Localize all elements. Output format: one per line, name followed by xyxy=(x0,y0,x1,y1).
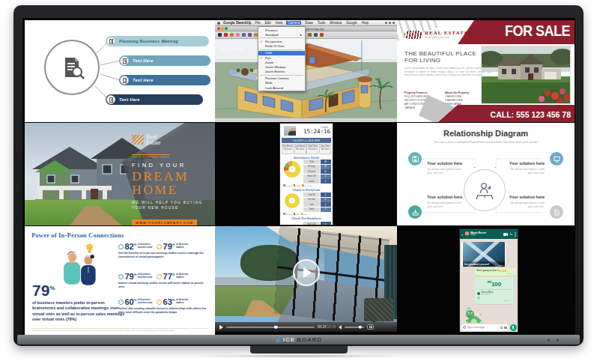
footnote: American Express Global Business Travel … xyxy=(31,327,208,332)
pill-title: Planning Business Meeting xyxy=(106,36,209,46)
text-message[interactable]: She's going to love it 12:04 ✓✓ xyxy=(475,268,516,276)
chat-header[interactable]: ‹ Maria Rosee online xyxy=(460,229,518,239)
menu-file[interactable]: File xyxy=(255,21,261,25)
menu-camera[interactable]: Camera xyxy=(286,21,301,25)
check-out-table: Total OUT0 xyxy=(303,222,331,225)
minimize-window-button[interactable] xyxy=(221,27,224,30)
solution-heading-bl: Your solution here xyxy=(427,195,462,199)
screen-content-grid: Planning Business Meeting Text Here Text… xyxy=(22,18,575,335)
menu-view[interactable]: View xyxy=(275,21,284,25)
pill-item-1-label: Text Here xyxy=(133,58,154,63)
monitor-bezel: ICEBOARD xyxy=(17,335,580,345)
menu-edit[interactable]: Edit xyxy=(264,21,272,25)
message-input[interactable] xyxy=(467,326,500,329)
menu-item-look-around[interactable]: Look Around xyxy=(258,85,305,90)
document-icon xyxy=(106,37,115,46)
menu-draw[interactable]: Draw xyxy=(304,21,314,25)
payment-message[interactable]: R$100 Sent to Maria Completed G xyxy=(475,277,514,305)
window-titlebar[interactable]: new_sketchup.skp xyxy=(215,26,397,31)
house-photo xyxy=(481,46,571,104)
stat-ring-icon xyxy=(157,300,162,305)
for-sale-headline: FOR SALE xyxy=(505,22,570,40)
document-search-icon xyxy=(44,40,100,95)
apple-menu-icon[interactable] xyxy=(217,22,220,25)
message-input-bar[interactable] xyxy=(461,324,509,331)
solution-body-bl: Go ahead and replace it with your own te… xyxy=(427,201,463,209)
app-menu[interactable]: Google SketchUp xyxy=(223,21,252,25)
shadows-icon[interactable] xyxy=(314,33,318,37)
image-caption: Got grandma's present! xyxy=(464,263,490,266)
gift-photo[interactable]: Got grandma's present! 12:03 xyxy=(463,242,505,267)
menu-help[interactable]: Help xyxy=(361,21,369,25)
volume-icon[interactable] xyxy=(339,325,342,330)
menu-dots-icon[interactable] xyxy=(515,232,516,237)
circle-tool-icon[interactable] xyxy=(248,33,252,37)
window-title: new_sketchup.skp xyxy=(228,27,395,31)
stand-shadow xyxy=(191,354,408,358)
sketchup-3d-canvas[interactable]: brushsoft xyxy=(215,39,397,118)
display-monitor: Planning Business Meeting Text Here Text… xyxy=(13,5,584,346)
seek-bar[interactable] xyxy=(226,327,315,328)
contact-avatar[interactable] xyxy=(464,231,470,237)
mac-menubar[interactable]: Google SketchUp File Edit View Camera Dr… xyxy=(215,20,397,26)
monitor-icon xyxy=(550,152,563,166)
menu-tools[interactable]: Tools xyxy=(317,21,327,25)
video-player[interactable]: 00:24 10:34 xyxy=(215,226,397,332)
back-icon[interactable]: ‹ xyxy=(461,232,463,237)
sketchup-toolbar[interactable] xyxy=(215,31,397,39)
first-punch-box: First PunchNot Done xyxy=(282,144,294,154)
payment-check-icon xyxy=(477,292,480,295)
emoji-icon[interactable] xyxy=(463,326,466,329)
camera-icon[interactable] xyxy=(504,327,507,329)
voice-record-button[interactable] xyxy=(510,324,517,331)
fullscreen-button[interactable] xyxy=(367,324,374,330)
select-tool-icon[interactable] xyxy=(218,33,222,37)
play-button[interactable] xyxy=(293,259,320,286)
stat-row-2: 79% of businesstravelers and 77% of deci… xyxy=(118,273,210,288)
stat-ring-icon xyxy=(157,274,162,279)
volume-bar[interactable] xyxy=(345,327,364,328)
solution-heading-tr: Your solution here xyxy=(507,161,545,166)
menu-item-standard[interactable]: Standard▸ xyxy=(258,32,305,37)
headline-percentage: 79% xyxy=(32,282,55,300)
flyer-heading-line2: FOR LIVING xyxy=(404,57,476,64)
close-window-button[interactable] xyxy=(217,27,220,30)
check-in-table: Total IN0 On time0 Late0 Early0 xyxy=(303,192,331,212)
dream-home-ad: Real Estate YOUR COMPANY NAME FIND YOUR … xyxy=(25,123,215,225)
video-call-icon[interactable] xyxy=(503,233,508,236)
eraser-tool-icon[interactable] xyxy=(236,33,240,37)
flyer-body-text: Lorem ipsum dolor sit amet, consectetur … xyxy=(404,67,491,77)
home-icon xyxy=(120,56,129,65)
play-icon[interactable] xyxy=(219,325,223,330)
menu-window[interactable]: Window xyxy=(329,21,342,25)
time-total: 10:34 xyxy=(327,325,336,329)
check-in-legend: On time Late Early xyxy=(283,213,307,216)
date-range-bar[interactable]: 1-6-2019 <-> 26-6-2019 xyxy=(282,138,331,143)
line-tool-icon[interactable] xyxy=(224,33,228,37)
power-led xyxy=(557,339,559,341)
zoom-window-button[interactable] xyxy=(225,27,228,30)
employee-photo xyxy=(284,126,296,136)
voice-call-icon[interactable] xyxy=(509,232,513,236)
menu-item-field-of-view[interactable]: Field Of View xyxy=(258,44,305,49)
image-message[interactable]: Got grandma's present! 12:03 xyxy=(461,242,506,267)
sticker-message[interactable]: 12:05 xyxy=(461,306,516,323)
document-icon xyxy=(550,205,563,219)
rectangle-tool-icon[interactable] xyxy=(242,33,246,37)
brand-logo-icon xyxy=(275,336,282,343)
arc-tool-icon[interactable] xyxy=(230,33,234,37)
file-icon xyxy=(106,95,115,104)
features-title: Property Features xyxy=(404,91,443,94)
attach-icon[interactable] xyxy=(500,326,503,329)
chat-messages[interactable]: Got grandma's present! 12:03 She's going… xyxy=(460,239,518,323)
layers-icon[interactable] xyxy=(308,33,312,37)
over-time-box: Over TimeNot Done xyxy=(319,144,331,154)
components-icon[interactable] xyxy=(320,33,324,37)
last-punch-box: Last PunchNot Done xyxy=(294,144,306,154)
menu-item-zoom-extents[interactable]: Zoom Extents xyxy=(258,70,305,74)
menu-google[interactable]: Google xyxy=(345,21,358,25)
camera-dropdown-menu[interactable]: Previous Standard▸ ✓Perspective Field Of… xyxy=(258,26,306,91)
sketchup-window: Google SketchUp File Edit View Camera Dr… xyxy=(215,20,397,122)
seek-knob[interactable] xyxy=(274,325,278,329)
volume-knob[interactable] xyxy=(358,325,362,329)
